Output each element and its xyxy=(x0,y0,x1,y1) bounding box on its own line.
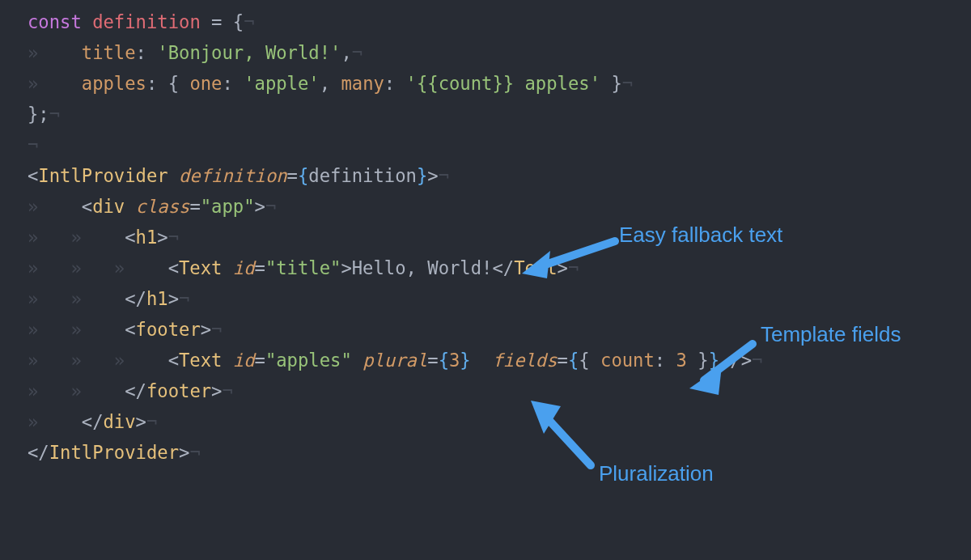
code-token-pun: > xyxy=(157,227,167,248)
code-token-str: "apples" xyxy=(265,350,352,371)
code-token-str: 'Bonjour, World!' xyxy=(157,42,341,63)
code-token-ws: ¬ xyxy=(179,288,189,309)
code-token-pun: > xyxy=(341,257,351,278)
code-token-pun: </ xyxy=(125,288,146,309)
code-token-ws: » xyxy=(28,42,82,63)
code-token-ws: » xyxy=(28,196,82,217)
code-token-tag: h1 xyxy=(136,227,158,248)
code-token-tag: IntlProvider xyxy=(49,442,179,463)
code-token-pun: < xyxy=(168,257,179,278)
code-token-pun: = xyxy=(255,350,265,371)
code-line: » » » <Text id="apples" plural={3} field… xyxy=(28,345,943,375)
code-token-str: "title" xyxy=(265,257,341,278)
code-token-ws: ¬ xyxy=(211,319,222,340)
code-token-ws: ¬ xyxy=(168,227,179,248)
code-token-tag: Text xyxy=(179,257,222,278)
code-token-tag: footer xyxy=(146,380,211,401)
code-line: » » <h1>¬ xyxy=(28,222,943,252)
code-editor: const definition = {¬» title: 'Bonjour, … xyxy=(0,0,971,474)
code-line: » <div class="app">¬ xyxy=(28,191,943,222)
code-token-txt xyxy=(471,350,493,371)
code-token-pun: > xyxy=(427,165,438,186)
code-line: </IntlProvider>¬ xyxy=(28,437,943,468)
code-line: };¬ xyxy=(28,99,943,129)
code-token-ws: » xyxy=(28,411,82,432)
code-token-pun: = { xyxy=(201,11,244,32)
code-token-str: 'apple' xyxy=(244,73,320,94)
code-token-pun: < xyxy=(28,165,38,186)
annotation-template-fields: Template fields xyxy=(761,322,901,347)
code-token-tag: IntlProvider xyxy=(38,165,167,186)
code-token-ws: » » » xyxy=(28,257,168,278)
code-token-pun: : { xyxy=(146,73,189,94)
code-token-ws: ¬ xyxy=(439,165,449,186)
code-line: » apples: { one: 'apple', many: '{{count… xyxy=(28,68,943,99)
code-token-brc: { xyxy=(568,350,579,371)
code-token-pun: = xyxy=(255,257,265,278)
code-token-pun: < xyxy=(125,227,135,248)
code-token-attr: fields xyxy=(492,350,557,371)
code-token-pun: }; xyxy=(28,104,49,125)
code-token-attr: class xyxy=(136,196,190,217)
code-token-attr: definition xyxy=(179,165,287,186)
code-token-ws: ¬ xyxy=(622,73,633,94)
code-token-pun: > xyxy=(136,411,146,432)
code-token-ws: ¬ xyxy=(352,42,363,63)
code-token-txt: definition xyxy=(308,165,417,186)
code-token-str: "app" xyxy=(201,196,255,217)
code-line: » » » <Text id="title">Hello, World!</Te… xyxy=(28,252,943,283)
code-line: » » </footer>¬ xyxy=(28,375,943,406)
code-token-pun: > xyxy=(179,442,189,463)
code-token-pun: : xyxy=(655,350,676,371)
code-token-brc: { xyxy=(439,350,449,371)
code-token-ws: ¬ xyxy=(265,196,276,217)
code-line: const definition = {¬ xyxy=(28,6,943,37)
code-token-pun: = xyxy=(287,165,298,186)
code-token-ws: ¬ xyxy=(222,380,232,401)
code-token-pun: < xyxy=(125,319,135,340)
code-token-pun: = xyxy=(558,350,568,371)
code-token-key: title xyxy=(82,42,136,63)
code-token-pun: , xyxy=(341,42,351,63)
code-token-ws: » » » xyxy=(28,350,168,371)
code-token-attr: id xyxy=(233,257,255,278)
code-token-pun: </ xyxy=(125,380,146,401)
code-token-txt xyxy=(222,257,232,278)
code-token-attr: plural xyxy=(363,350,427,371)
code-token-pun: </ xyxy=(82,411,104,432)
code-token-pun: > xyxy=(211,380,222,401)
code-token-tag: div xyxy=(104,411,136,432)
code-token-pun: = xyxy=(427,350,438,371)
code-token-num: 3 xyxy=(676,350,687,371)
code-token-ws: ¬ xyxy=(568,257,579,278)
code-token-attr: id xyxy=(233,350,255,371)
code-token-txt xyxy=(168,165,179,186)
code-token-pun: < xyxy=(82,196,92,217)
code-token-tag: Text xyxy=(514,257,557,278)
code-token-ws: » xyxy=(28,73,82,94)
code-token-brc: } xyxy=(417,165,427,186)
code-token-tag: Text xyxy=(179,350,222,371)
code-token-kw: const xyxy=(28,11,92,32)
code-token-pun: : xyxy=(384,73,406,94)
code-token-pun: = xyxy=(189,196,200,217)
code-line: ¬ xyxy=(28,129,943,160)
code-line: » title: 'Bonjour, World!',¬ xyxy=(28,37,943,68)
code-line: <IntlProvider definition={definition}>¬ xyxy=(28,160,943,191)
code-token-txt xyxy=(125,196,135,217)
code-token-pun: : xyxy=(222,73,244,94)
code-token-pun: > xyxy=(168,288,179,309)
code-token-ws: » » xyxy=(28,227,125,248)
code-token-txt: Hello, World!</ xyxy=(352,257,514,278)
code-token-pun: > xyxy=(201,319,211,340)
code-token-ws: ¬ xyxy=(28,134,38,155)
code-token-ws: ¬ xyxy=(189,442,200,463)
code-token-tag: div xyxy=(92,196,125,217)
code-token-pun: : xyxy=(136,42,158,63)
code-token-var: definition xyxy=(92,11,201,32)
code-token-ws: ¬ xyxy=(752,350,762,371)
code-token-key: one xyxy=(189,73,222,94)
code-line: » » </h1>¬ xyxy=(28,283,943,314)
code-token-ws: ¬ xyxy=(244,11,254,32)
code-token-ws: ¬ xyxy=(49,104,60,125)
